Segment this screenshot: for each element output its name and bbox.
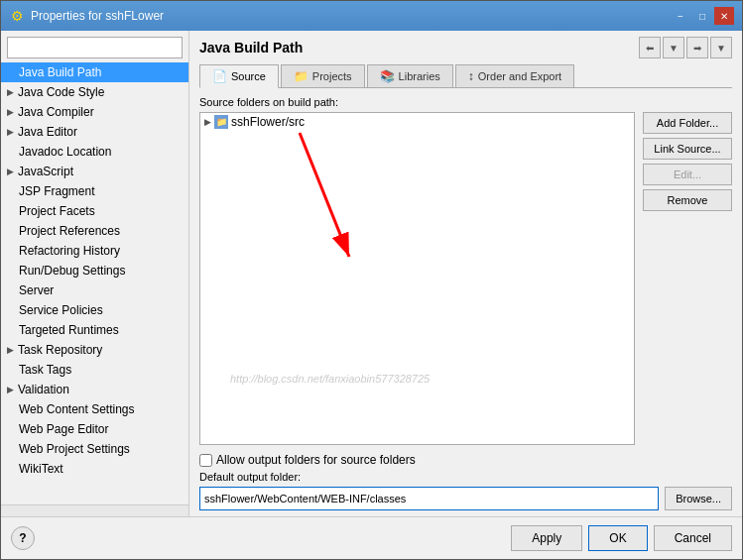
sidebar-item-java-code-style[interactable]: ▶Java Code Style (1, 82, 188, 102)
sidebar-item-run/debug-settings[interactable]: Run/Debug Settings (1, 261, 188, 280)
sidebar-item-java-editor[interactable]: ▶Java Editor (1, 122, 188, 142)
window-title: Properties for sshFLower (31, 9, 164, 23)
close-button[interactable]: ✕ (714, 7, 734, 25)
sidebar-item-project-facets[interactable]: Project Facets (1, 201, 188, 221)
window-footer: ? Apply OK Cancel (1, 516, 742, 559)
title-bar-left: ⚙ Properties for sshFLower (9, 8, 164, 24)
sidebar-item-label: Java Editor (18, 125, 77, 139)
apply-button[interactable]: Apply (511, 525, 582, 551)
sidebar-item-label: Java Compiler (18, 105, 94, 119)
sidebar-item-javascript[interactable]: ▶JavaScript (1, 162, 188, 181)
sidebar-item-label: Project Facets (19, 204, 95, 218)
nav-buttons: ⬅ ▼ ➡ ▼ (639, 37, 732, 58)
sidebar-item-server[interactable]: Server (1, 280, 188, 300)
window-controls: − □ ✕ (671, 7, 734, 25)
sidebar-item-task-repository[interactable]: ▶Task Repository (1, 340, 188, 360)
tree-folder-icon: 📁 (214, 115, 228, 129)
help-button[interactable]: ? (11, 526, 35, 550)
sidebar-item-label: Server (19, 283, 54, 297)
page-title: Java Build Path (199, 40, 303, 56)
ok-button[interactable]: OK (588, 525, 647, 551)
tab-source-label: Source (231, 70, 266, 82)
tab-order-and-export[interactable]: ↕Order and Export (455, 64, 574, 87)
sidebar-item-project-references[interactable]: Project References (1, 221, 188, 241)
title-bar: ⚙ Properties for sshFLower − □ ✕ (1, 1, 742, 31)
tree-item-label: sshFlower/src (231, 115, 305, 129)
content-area: Java Build Path ⬅ ▼ ➡ ▼ 📄Source📁Projects… (189, 31, 742, 516)
edit-button[interactable]: Edit... (643, 164, 732, 185)
sidebar-item-label: Run/Debug Settings (19, 264, 125, 278)
sidebar-item-refactoring-history[interactable]: Refactoring History (1, 241, 188, 261)
tabs-bar: 📄Source📁Projects📚Libraries↕Order and Exp… (199, 64, 732, 88)
sidebar-item-service-policies[interactable]: Service Policies (1, 300, 188, 320)
tab-projects[interactable]: 📁Projects (281, 64, 365, 87)
sidebar-item-validation[interactable]: ▶Validation (1, 380, 188, 399)
sidebar-item-label: Refactoring History (19, 244, 120, 258)
cancel-button[interactable]: Cancel (654, 525, 732, 551)
sidebar-item-web-project-settings[interactable]: Web Project Settings (1, 439, 188, 459)
sidebar-item-javadoc-location[interactable]: Javadoc Location (1, 142, 188, 162)
sidebar-item-label: Task Repository (18, 343, 102, 357)
sidebar-item-label: JavaScript (18, 165, 73, 178)
expand-arrow-icon: ▶ (7, 385, 14, 394)
sidebar-item-label: Targeted Runtimes (19, 323, 119, 337)
sidebar-item-label: Service Policies (19, 303, 103, 317)
sidebar-item-label: Task Tags (19, 363, 71, 377)
sidebar-item-java-compiler[interactable]: ▶Java Compiler (1, 102, 188, 122)
content-header: Java Build Path ⬅ ▼ ➡ ▼ (199, 37, 732, 58)
sidebar-list: Java Build Path▶Java Code Style▶Java Com… (1, 62, 188, 504)
sidebar-item-targeted-runtimes[interactable]: Targeted Runtimes (1, 320, 188, 340)
sidebar-bottom (1, 504, 188, 516)
expand-arrow-icon: ▶ (7, 167, 14, 176)
tree-item[interactable]: ▶ 📁 sshFlower/src (200, 113, 634, 131)
annotation-arrow (200, 113, 634, 444)
expand-arrow-icon: ▶ (7, 345, 14, 355)
sidebar-item-label: Javadoc Location (19, 145, 111, 159)
tab-order and export-label: Order and Export (478, 70, 561, 82)
expand-arrow-icon: ▶ (7, 107, 14, 117)
svg-line-1 (300, 133, 349, 257)
tab-source[interactable]: 📄Source (199, 64, 279, 88)
sidebar-item-java-build-path[interactable]: Java Build Path (1, 62, 188, 82)
sidebar-item-label: Java Build Path (19, 65, 101, 79)
add-folder-button[interactable]: Add Folder... (643, 112, 732, 134)
sidebar-item-jsp-fragment[interactable]: JSP Fragment (1, 181, 188, 201)
maximize-button[interactable]: □ (692, 7, 712, 25)
tab-libraries-label: Libraries (399, 70, 440, 82)
sidebar-search-input[interactable] (7, 37, 183, 58)
remove-button[interactable]: Remove (643, 189, 732, 211)
footer-left: ? (11, 526, 35, 550)
sidebar-item-task-tags[interactable]: Task Tags (1, 360, 188, 380)
sidebar-item-wikitext[interactable]: WikiText (1, 459, 188, 479)
tab-order and export-icon: ↕ (468, 69, 474, 83)
tab-libraries[interactable]: 📚Libraries (367, 64, 453, 87)
sidebar-item-label: Validation (18, 383, 69, 396)
tab-projects-icon: 📁 (294, 69, 309, 83)
sidebar-item-label: Web Content Settings (19, 402, 135, 416)
footer-right: Apply OK Cancel (511, 525, 732, 551)
watermark: http://blog.csdn.net/fanxiaobin577328725 (230, 373, 430, 385)
sidebar-item-label: Project References (19, 224, 120, 238)
nav-forward-button[interactable]: ➡ (686, 37, 708, 58)
sidebar-item-web-page-editor[interactable]: Web Page Editor (1, 419, 188, 439)
sidebar-item-label: Java Code Style (18, 85, 104, 99)
sidebar-item-web-content-settings[interactable]: Web Content Settings (1, 399, 188, 419)
sidebar-search-area (1, 31, 188, 62)
sidebar-hscroll[interactable] (1, 505, 188, 517)
output-row: Browse... (199, 487, 732, 510)
nav-menu-button[interactable]: ▼ (710, 37, 732, 58)
minimize-button[interactable]: − (671, 7, 690, 25)
sidebar-item-label: Web Page Editor (19, 422, 109, 436)
bottom-section: Allow output folders for source folders … (199, 453, 732, 510)
link-source-button[interactable]: Link Source... (643, 138, 732, 160)
source-tree[interactable]: ▶ 📁 sshFlower/src http://blog.csdn.net/f… (199, 112, 635, 445)
browse-button[interactable]: Browse... (665, 487, 732, 510)
tree-expand-arrow: ▶ (204, 117, 211, 127)
nav-dropdown-button[interactable]: ▼ (663, 37, 684, 58)
sidebar-item-label: Web Project Settings (19, 442, 130, 456)
main-area: Java Build Path▶Java Code Style▶Java Com… (1, 31, 742, 516)
output-folder-input[interactable] (199, 487, 659, 510)
allow-output-checkbox[interactable] (199, 454, 212, 467)
nav-back-button[interactable]: ⬅ (639, 37, 661, 58)
expand-arrow-icon: ▶ (7, 87, 14, 97)
